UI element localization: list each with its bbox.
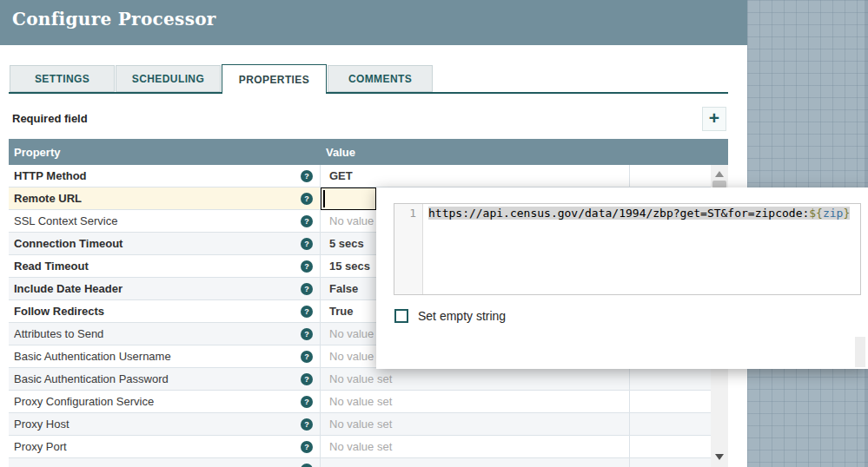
- help-icon[interactable]: ?: [301, 215, 313, 227]
- table-row[interactable]: HTTP Method ? GET: [9, 165, 711, 187]
- row-spacer-cell: [630, 436, 711, 457]
- property-name: HTTP Method: [14, 169, 301, 182]
- property-name: Include Date Header: [14, 282, 301, 295]
- property-value: 5 secs: [329, 237, 364, 250]
- property-cell: Proxy Configuration Service ?: [9, 391, 321, 412]
- row-spacer-cell: [630, 458, 711, 467]
- property-value: No value set: [329, 395, 392, 408]
- property-name: Follow Redirects: [14, 305, 301, 318]
- tab-properties[interactable]: PROPERTIES: [222, 64, 327, 94]
- dialog-title: Configure Processor: [12, 9, 216, 30]
- help-icon[interactable]: ?: [301, 441, 313, 453]
- table-row[interactable]: Proxy Configuration Service ? No value s…: [9, 391, 711, 413]
- property-cell: Proxy Port ?: [9, 436, 321, 457]
- code-url: https://api.census.gov/data/1994/zbp?get…: [428, 207, 809, 220]
- value-edit-cell[interactable]: [321, 187, 376, 210]
- property-name: Attributes to Send: [14, 327, 301, 340]
- column-header-property: Property: [14, 146, 60, 159]
- property-name: Read Timeout: [14, 260, 301, 273]
- row-spacer-cell: [630, 368, 711, 390]
- property-name: Connection Timeout: [14, 237, 301, 250]
- property-value: GET: [329, 169, 353, 182]
- property-value: True: [329, 305, 353, 318]
- property-value: 15 secs: [329, 260, 370, 273]
- editor-code[interactable]: https://api.census.gov/data/1994/zbp?get…: [423, 204, 850, 294]
- dialog-header: Configure Processor: [0, 0, 747, 45]
- line-number: 1: [409, 207, 416, 220]
- value-cell[interactable]: No value set: [321, 436, 630, 457]
- table-row[interactable]: Basic Authentication Password ? No value…: [9, 368, 711, 391]
- property-name: Proxy Port: [14, 440, 301, 453]
- text-caret: [323, 190, 325, 207]
- property-value: No value set: [329, 418, 392, 431]
- property-cell: Proxy Host ?: [9, 413, 321, 435]
- help-icon[interactable]: ?: [301, 396, 313, 408]
- row-spacer-cell: [630, 413, 711, 435]
- property-cell: Connection Timeout ?: [9, 233, 321, 254]
- value-cell[interactable]: No value set: [321, 368, 630, 390]
- property-name: Remote URL: [14, 192, 301, 205]
- property-cell: Read Timeout ?: [9, 255, 321, 277]
- property-cell: ?: [9, 458, 321, 467]
- help-icon[interactable]: ?: [301, 418, 313, 431]
- property-cell: Follow Redirects ?: [9, 300, 321, 322]
- value-cell[interactable]: [321, 458, 630, 467]
- property-name: Basic Authentication Username: [14, 350, 301, 363]
- property-name: Proxy Configuration Service: [14, 395, 301, 408]
- property-cell: HTTP Method ?: [9, 165, 321, 187]
- help-icon[interactable]: ?: [301, 373, 313, 385]
- scroll-down-icon: [715, 454, 724, 460]
- property-name: Basic Authentication Password: [14, 372, 301, 385]
- required-field-label: Required field: [12, 112, 88, 125]
- property-value: False: [329, 282, 358, 295]
- el-parameter: zip: [823, 207, 843, 220]
- value-cell[interactable]: No value set: [321, 391, 630, 412]
- selected-text: https://api.census.gov/data/1994/zbp?get…: [428, 207, 850, 220]
- property-value: No value set: [329, 372, 392, 385]
- property-cell: Basic Authentication Username ?: [9, 345, 321, 367]
- property-cell: Attributes to Send ?: [9, 323, 321, 345]
- value-editor-popup: 1 https://api.census.gov/data/1994/zbp?g…: [376, 187, 868, 369]
- property-cell: Remote URL ?: [9, 187, 321, 209]
- help-icon[interactable]: ?: [301, 464, 313, 467]
- help-icon[interactable]: ?: [301, 328, 313, 340]
- property-name: SSL Context Service: [14, 214, 301, 227]
- value-cell[interactable]: No value set: [321, 413, 630, 435]
- row-spacer-cell: [630, 165, 711, 187]
- value-editor[interactable]: 1 https://api.census.gov/data/1994/zbp?g…: [394, 203, 861, 295]
- help-icon[interactable]: ?: [301, 283, 313, 295]
- tab-settings[interactable]: SETTINGS: [10, 65, 115, 92]
- scroll-up-button[interactable]: [711, 167, 728, 181]
- property-value: No value set: [329, 440, 392, 453]
- column-header-value: Value: [326, 146, 355, 159]
- help-icon[interactable]: ?: [301, 351, 313, 363]
- tab-scheduling[interactable]: SCHEDULING: [116, 65, 221, 92]
- value-cell[interactable]: GET: [321, 165, 630, 187]
- properties-table-header: Property Value: [9, 139, 728, 165]
- tab-comments[interactable]: COMMENTS: [328, 65, 433, 92]
- help-icon[interactable]: ?: [301, 238, 313, 250]
- set-empty-string-label: Set empty string: [418, 309, 506, 323]
- property-cell: SSL Context Service ?: [9, 210, 321, 232]
- help-icon[interactable]: ?: [301, 260, 313, 273]
- property-name: Proxy Host: [14, 418, 301, 431]
- tabs-underline: [9, 92, 728, 94]
- el-open-brace: ${: [809, 207, 823, 220]
- property-cell: Basic Authentication Password ?: [9, 368, 321, 390]
- add-property-button[interactable]: +: [702, 107, 726, 131]
- table-row[interactable]: Proxy Host ? No value set: [9, 413, 711, 436]
- property-cell: Include Date Header ?: [9, 278, 321, 299]
- help-icon[interactable]: ?: [301, 193, 313, 205]
- help-icon[interactable]: ?: [301, 170, 313, 182]
- help-icon[interactable]: ?: [301, 306, 313, 318]
- scroll-up-icon: [715, 171, 724, 177]
- editor-gutter: 1: [394, 204, 423, 294]
- plus-icon: +: [709, 108, 719, 128]
- table-row[interactable]: Proxy Port ? No value set: [9, 436, 711, 458]
- row-spacer-cell: [630, 391, 711, 412]
- set-empty-string-row: Set empty string: [394, 308, 506, 323]
- set-empty-string-checkbox[interactable]: [394, 309, 408, 323]
- popup-scrollbar[interactable]: [855, 337, 865, 367]
- scroll-down-button[interactable]: [711, 450, 728, 464]
- table-row[interactable]: ?: [9, 458, 711, 467]
